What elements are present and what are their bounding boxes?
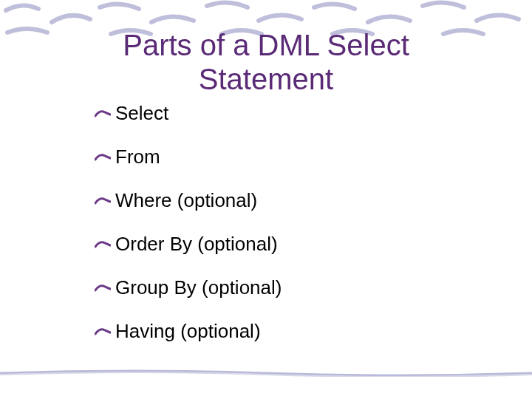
list-item: Group By (optional) [95, 276, 464, 299]
list-item: Where (optional) [95, 189, 464, 212]
bottom-decorative-border [0, 369, 532, 377]
list-item-text: Where (optional) [115, 189, 464, 212]
list-item: Select [95, 102, 464, 125]
bullet-swoosh-icon [95, 323, 115, 341]
bullet-swoosh-icon [95, 236, 115, 253]
bullet-list: Select From Where (optional) Order By (o… [95, 102, 464, 364]
bullet-swoosh-icon [95, 279, 115, 297]
list-item-text: Group By (optional) [115, 276, 464, 299]
bullet-swoosh-icon [95, 149, 115, 166]
bullet-swoosh-icon [95, 105, 115, 123]
slide: Parts of a DML Select Statement Select F… [0, 0, 532, 399]
slide-title: Parts of a DML Select Statement [0, 28, 532, 96]
list-item-text: Having (optional) [115, 320, 464, 343]
title-line-1: Parts of a DML Select [123, 29, 409, 61]
list-item: Order By (optional) [95, 233, 464, 256]
list-item-text: Order By (optional) [115, 233, 464, 256]
title-line-2: Statement [199, 63, 333, 95]
list-item-text: From [115, 146, 464, 168]
list-item: From [95, 146, 464, 168]
list-item-text: Select [115, 102, 464, 125]
bottom-line-icon [0, 369, 532, 377]
bullet-swoosh-icon [95, 192, 115, 210]
list-item: Having (optional) [95, 320, 464, 343]
